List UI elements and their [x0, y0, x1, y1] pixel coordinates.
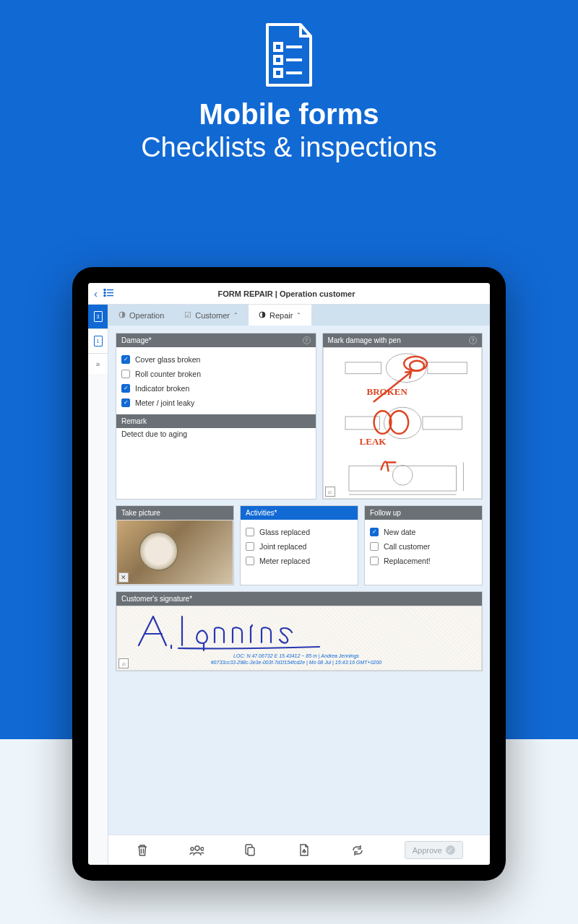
checkbox-row[interactable]: ✓Meter / joint leaky [121, 396, 311, 410]
activities-title: Activities* [246, 509, 277, 517]
take-picture-panel: Take picture ✕ [116, 505, 234, 585]
bottom-toolbar: Approve✓ [108, 834, 490, 865]
checkbox-row[interactable]: Roll counter broken [121, 367, 311, 381]
svg-point-21 [392, 465, 413, 485]
checkbox-row[interactable]: ✓New date [370, 525, 477, 539]
approve-button[interactable]: Approve✓ [405, 841, 463, 859]
svg-point-25 [410, 361, 424, 371]
rail-expand[interactable]: » [88, 354, 108, 374]
checkbox-icon: ✓ [121, 398, 130, 407]
mark-title: Mark damage with pen [328, 336, 401, 344]
hero-title: Mobile forms [0, 98, 578, 131]
svg-point-8 [104, 292, 105, 294]
tab-repair[interactable]: Repair ⌃ [249, 305, 311, 326]
top-bar: ‹ FORM REPAIR | Operation customer [88, 283, 490, 305]
svg-point-6 [104, 289, 105, 291]
side-rail: 3 1 » [88, 305, 108, 865]
checkbox-row[interactable]: Glass replaced [246, 525, 353, 539]
delete-photo-icon[interactable]: ✕ [118, 572, 129, 583]
checkbox-row[interactable]: Joint replaced [246, 539, 353, 554]
signature-metadata: LOC: N 47.06732 E 15.43412 ~ 85 m | Andr… [117, 653, 475, 666]
check-circle-icon: ✓ [446, 845, 455, 855]
form-tabs: Operation ☑ Customer ⌃ Repair ⌃ [108, 305, 490, 326]
checkbox-icon [246, 528, 254, 536]
damage-list: ✓Cover glass broken Roll counter broken … [116, 347, 316, 415]
svg-rect-20 [348, 466, 456, 491]
remark-input[interactable]: Detect due to aging [116, 428, 316, 479]
svg-rect-4 [275, 69, 282, 77]
checkbox-icon [370, 542, 379, 551]
help-icon[interactable]: ? [303, 336, 311, 344]
tab-customer[interactable]: ☑ Customer ⌃ [174, 305, 249, 326]
followup-title: Follow up [370, 509, 401, 517]
checklist-icon [259, 22, 319, 92]
remark-title: Remark [121, 417, 147, 425]
mark-damage-panel: Mark damage with pen? [322, 333, 483, 500]
annotation-leak: LEAK [360, 436, 387, 448]
signature-title: Customer's signature* [121, 595, 192, 603]
drawing-area[interactable]: BROKEN LEAK ⌕ [323, 347, 482, 499]
tablet-frame: ‹ FORM REPAIR | Operation customer 3 1 »… [72, 267, 506, 881]
signature-panel: Customer's signature* LOC: N 47.06732 E … [116, 591, 483, 671]
checkbox-row[interactable]: Replacement! [370, 554, 477, 568]
checkbox-icon [246, 557, 254, 565]
back-icon[interactable]: ‹ [94, 287, 98, 300]
checkbox-row[interactable]: ✓Cover glass broken [121, 352, 311, 367]
signature-field[interactable]: LOC: N 47.06732 E 15.43412 ~ 85 m | Andr… [116, 606, 482, 671]
rail-doc-1[interactable]: 1 [88, 329, 108, 354]
svg-point-28 [195, 846, 199, 850]
svg-rect-0 [275, 43, 282, 51]
annotation-broken: BROKEN [367, 386, 407, 398]
people-icon[interactable] [189, 843, 204, 858]
list-icon[interactable] [103, 289, 113, 298]
activities-panel: Activities* Glass replaced Joint replace… [240, 505, 358, 585]
trash-icon[interactable] [135, 843, 150, 858]
svg-point-29 [191, 847, 194, 850]
check-square-icon: ☑ [184, 310, 191, 320]
checkbox-icon: ✓ [121, 384, 130, 393]
svg-point-27 [389, 411, 408, 434]
svg-rect-15 [345, 362, 381, 374]
help-icon[interactable]: ? [469, 336, 477, 344]
half-circle-icon [259, 311, 266, 320]
picture-title: Take picture [121, 509, 160, 517]
damage-title: Damage* [121, 336, 152, 344]
magnify-icon[interactable]: ⌕ [118, 658, 129, 668]
chevron-up-icon: ⌃ [296, 312, 301, 318]
photo-thumbnail[interactable]: ✕ [116, 520, 233, 585]
svg-point-26 [374, 411, 391, 434]
chevron-up-icon: ⌃ [233, 312, 238, 318]
svg-point-30 [201, 847, 204, 850]
hero-banner: Mobile forms Checklists & inspections [0, 0, 578, 163]
half-circle-icon [118, 311, 126, 320]
checkbox-icon [121, 370, 130, 378]
checkbox-icon [246, 542, 254, 551]
pdf-icon[interactable] [297, 843, 311, 858]
followup-panel: Follow up ✓New date Call customer Replac… [364, 505, 483, 585]
damage-panel: Damage*? ✓Cover glass broken Roll counte… [116, 333, 316, 500]
tab-operation[interactable]: Operation [108, 305, 174, 326]
checkbox-row[interactable]: Call customer [370, 539, 477, 554]
hero-subtitle: Checklists & inspections [0, 132, 578, 163]
copy-icon[interactable] [243, 843, 257, 858]
rail-doc-3[interactable]: 3 [88, 305, 108, 329]
svg-rect-31 [248, 847, 254, 855]
checkbox-icon: ✓ [370, 528, 379, 536]
svg-point-10 [104, 295, 105, 297]
checkbox-row[interactable]: ✓Indicator broken [121, 381, 311, 396]
checkbox-row[interactable]: Meter replaced [246, 554, 353, 568]
svg-rect-2 [275, 56, 282, 64]
svg-rect-19 [423, 417, 462, 430]
checkbox-icon [370, 557, 379, 565]
checkbox-icon: ✓ [121, 355, 130, 364]
sync-icon[interactable] [350, 843, 365, 858]
svg-rect-16 [427, 362, 466, 374]
page-title: FORM REPAIR | Operation customer [113, 289, 460, 298]
magnify-icon[interactable]: ⌕ [325, 487, 335, 497]
